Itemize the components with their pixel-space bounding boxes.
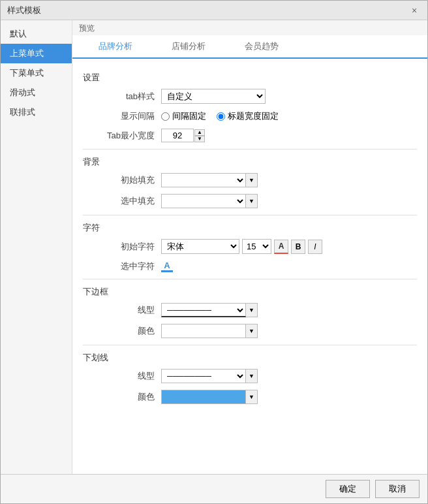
close-button[interactable]: ×	[408, 4, 421, 17]
dialog-body: 默认 上菜单式 下菜单式 滑动式 联排式 预览 品牌分析	[1, 20, 427, 474]
settings-section-title: 设置	[83, 72, 417, 84]
underline-color-row: 颜色 ▼	[83, 390, 417, 404]
selected-char-control: A	[161, 260, 417, 272]
border-line-type-label: 线型	[96, 304, 155, 316]
underline-section-title: 下划线	[83, 352, 417, 364]
tab-min-width-spin-down[interactable]: ▼	[194, 136, 205, 142]
tab-min-width-spinners: ▲ ▼	[194, 129, 205, 142]
underline-color-control: ▼	[161, 390, 417, 404]
tab-min-width-label: Tab最小宽度	[96, 130, 155, 142]
tab-style-row: tab样式 自定义 默认	[83, 89, 417, 104]
preview-label: 预览	[72, 20, 427, 35]
spacing-fixed-radio[interactable]	[161, 112, 170, 121]
selected-fill-select[interactable]	[161, 194, 246, 208]
selected-fill-select-wrap: ▼	[161, 194, 258, 208]
selected-char-label: 选中字符	[96, 260, 155, 272]
font-italic-btn[interactable]: I	[308, 240, 322, 254]
selected-char-color-btn[interactable]: A	[161, 260, 173, 272]
underline-line-type-select-wrap: ──────── - - - - - ▼	[161, 369, 258, 383]
tab-member-trend[interactable]: 会员趋势	[225, 35, 298, 59]
initial-fill-arrow[interactable]: ▼	[246, 173, 258, 187]
sidebar-item-top-menu[interactable]: 上菜单式	[1, 44, 72, 63]
divider-2	[83, 215, 417, 215]
font-bold-btn[interactable]: B	[291, 240, 305, 254]
selected-fill-control: ▼	[161, 194, 417, 208]
sidebar-item-row[interactable]: 联排式	[1, 102, 72, 122]
font-select[interactable]: 宋体 黑体 楷体	[161, 239, 239, 254]
initial-fill-row: 初始填充 ▼	[83, 173, 417, 187]
font-size-select[interactable]: 15 12 14 16	[242, 239, 271, 254]
border-color-arrow[interactable]: ▼	[246, 324, 258, 338]
tab-style-select[interactable]: 自定义 默认	[161, 89, 266, 104]
spacing-radio-group: 间隔固定 标题宽度固定	[161, 110, 417, 122]
border-line-type-row: 线型 ──────── - - - - - ▼	[83, 303, 417, 317]
border-color-control: ▼	[161, 324, 417, 338]
underline-color-box[interactable]	[161, 390, 246, 404]
border-color-row: 颜色 ▼	[83, 324, 417, 338]
border-line-type-arrow[interactable]: ▼	[246, 303, 258, 317]
tab-min-width-input[interactable]	[161, 129, 194, 142]
spacing-fixed-label: 间隔固定	[172, 110, 206, 122]
title-bar: 样式模板 ×	[1, 1, 427, 20]
border-line-type-select-wrap: ──────── - - - - - ▼	[161, 303, 258, 317]
tab-min-width-spin-up[interactable]: ▲	[194, 129, 205, 136]
border-color-box[interactable]	[161, 324, 246, 338]
tab-panel-content: 设置 tab样式 自定义 默认 显示间隔	[83, 72, 417, 417]
underline-color-select-wrap: ▼	[161, 390, 258, 404]
selected-fill-label: 选中填充	[96, 195, 155, 207]
initial-fill-label: 初始填充	[96, 174, 155, 186]
underline-line-type-control: ──────── - - - - - ▼	[161, 369, 417, 383]
bottom-border-section-title: 下边框	[83, 286, 417, 298]
initial-char-label: 初始字符	[96, 241, 155, 253]
char-section-title: 字符	[83, 222, 417, 234]
tab-preview-bar: 品牌分析 店铺分析 会员趋势	[72, 35, 427, 59]
border-color-select-wrap: ▼	[161, 324, 258, 338]
font-color-A-btn[interactable]: A	[274, 240, 288, 254]
selected-char-row: 选中字符 A	[83, 260, 417, 272]
border-line-type-control: ──────── - - - - - ▼	[161, 303, 417, 317]
main-content: 预览 品牌分析 店铺分析 会员趋势 设置	[72, 20, 427, 474]
dialog-title: 样式模板	[7, 5, 41, 16]
initial-char-row: 初始字符 宋体 黑体 楷体 15 12 14 16	[83, 239, 417, 254]
divider-1	[83, 149, 417, 150]
tab-shop-analysis[interactable]: 店铺分析	[152, 35, 225, 59]
style-template-dialog: 样式模板 × 默认 上菜单式 下菜单式 滑动式 联排式 预览	[0, 0, 428, 504]
spacing-title-fixed-radio[interactable]	[217, 112, 225, 121]
border-line-type-select[interactable]: ──────── - - - - -	[161, 303, 246, 317]
settings-area: 设置 tab样式 自定义 默认 显示间隔	[72, 59, 427, 474]
spacing-title-fixed-option[interactable]: 标题宽度固定	[217, 110, 279, 122]
underline-line-type-select[interactable]: ──────── - - - - -	[161, 369, 246, 383]
sidebar-item-default[interactable]: 默认	[1, 24, 72, 44]
initial-fill-select[interactable]	[161, 173, 246, 187]
initial-fill-control: ▼	[161, 173, 417, 187]
initial-char-control: 宋体 黑体 楷体 15 12 14 16 A B	[161, 239, 417, 254]
confirm-button[interactable]: 确定	[326, 480, 370, 498]
tab-min-width-input-wrap: ▲ ▼	[161, 129, 205, 142]
divider-4	[83, 345, 417, 345]
underline-line-type-label: 线型	[96, 370, 155, 382]
divider-3	[83, 279, 417, 279]
sidebar-item-drop-menu[interactable]: 下菜单式	[1, 63, 72, 83]
initial-fill-select-wrap: ▼	[161, 173, 258, 187]
tab-min-width-row: Tab最小宽度 ▲ ▼	[83, 129, 417, 142]
selected-fill-arrow[interactable]: ▼	[246, 194, 258, 208]
sidebar: 默认 上菜单式 下菜单式 滑动式 联排式	[1, 20, 72, 474]
display-spacing-row: 显示间隔 间隔固定 标题宽度固定	[83, 110, 417, 122]
selected-fill-row: 选中填充 ▼	[83, 194, 417, 208]
display-spacing-label: 显示间隔	[96, 110, 155, 122]
cancel-button[interactable]: 取消	[375, 480, 420, 498]
tab-brand-analysis[interactable]: 品牌分析	[79, 35, 152, 59]
background-section-title: 背景	[83, 156, 417, 168]
underline-color-arrow[interactable]: ▼	[246, 390, 258, 404]
border-color-label: 颜色	[96, 325, 155, 337]
tab-style-control: 自定义 默认	[161, 89, 417, 104]
tab-style-label: tab样式	[96, 91, 155, 102]
underline-color-label: 颜色	[96, 391, 155, 403]
underline-line-type-row: 线型 ──────── - - - - - ▼	[83, 369, 417, 383]
spacing-fixed-option[interactable]: 间隔固定	[161, 110, 206, 122]
dialog-footer: 确定 取消	[1, 474, 427, 503]
sidebar-item-slide[interactable]: 滑动式	[1, 83, 72, 102]
spacing-title-fixed-label: 标题宽度固定	[228, 110, 279, 122]
underline-line-type-arrow[interactable]: ▼	[246, 369, 258, 383]
tab-min-width-control: ▲ ▼	[161, 129, 417, 142]
